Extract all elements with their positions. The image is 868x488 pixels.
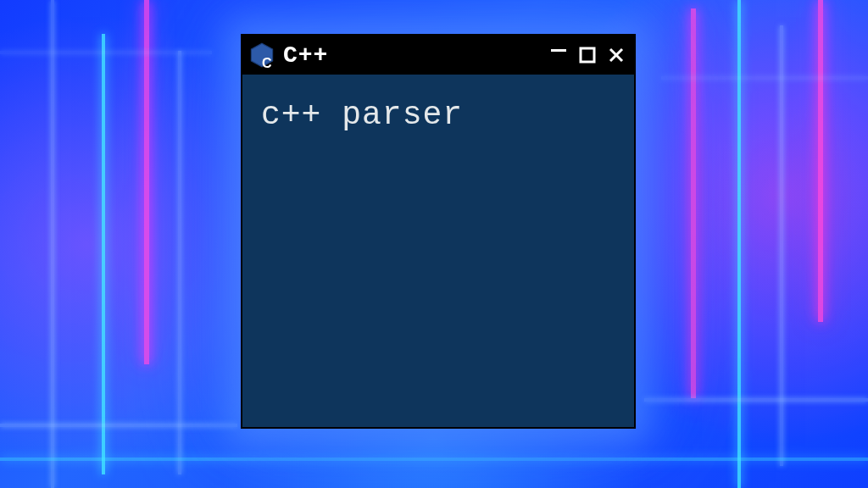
minimize-button[interactable] <box>549 41 568 59</box>
close-button[interactable] <box>607 46 626 64</box>
window-title: C++ <box>283 42 541 69</box>
circuit-trace <box>818 0 823 322</box>
circuit-trace <box>144 0 149 364</box>
circuit-trace <box>691 8 696 398</box>
circuit-trace <box>178 51 181 474</box>
svg-rect-2 <box>581 48 594 62</box>
circuit-trace <box>737 0 741 488</box>
titlebar[interactable]: C C++ <box>242 36 634 75</box>
app-window: C C++ c++ parser <box>241 34 636 429</box>
circuit-trace <box>102 34 105 474</box>
circuit-trace <box>644 398 868 402</box>
cpp-logo-letter: C <box>262 56 272 71</box>
circuit-trace <box>0 51 212 54</box>
cpp-logo-icon: C <box>249 42 275 68</box>
terminal-text: c++ parser <box>261 97 615 133</box>
svg-rect-1 <box>551 49 566 52</box>
circuit-trace <box>0 458 868 461</box>
circuit-trace <box>0 424 237 427</box>
window-controls <box>549 46 626 64</box>
window-body: c++ parser <box>242 75 634 155</box>
maximize-button[interactable] <box>578 46 597 64</box>
circuit-trace <box>51 0 54 488</box>
circuit-trace <box>661 76 868 80</box>
